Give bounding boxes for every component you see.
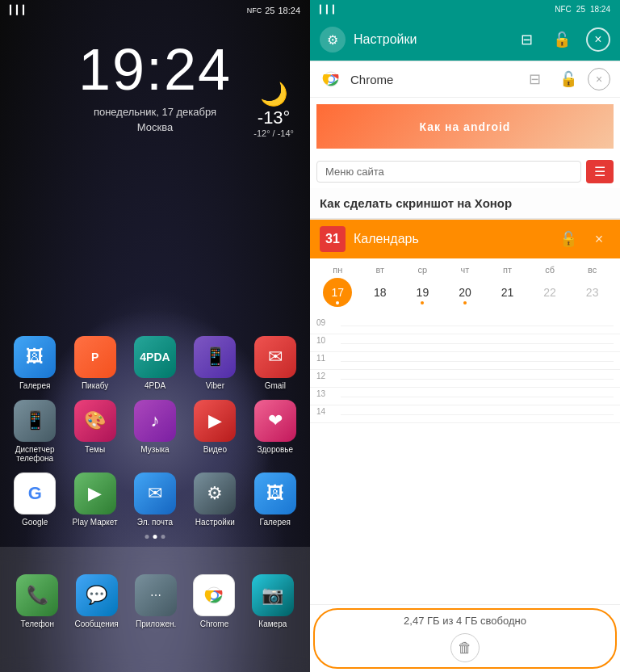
weather-widget: 🌙 -13° -12° / -14° — [253, 81, 294, 138]
app-viber[interactable]: 📱 Viber — [188, 336, 241, 390]
battery-level: 25 — [265, 6, 274, 15]
health-icon: ❤ — [254, 400, 296, 442]
calendar-lock-btn[interactable]: 🔓 — [557, 228, 580, 250]
cal-day-19[interactable]: 19 — [408, 278, 437, 307]
settings-split-btn[interactable]: ⊟ — [515, 28, 538, 51]
app-4pda[interactable]: 4PDA 4PDA — [128, 336, 182, 390]
day-ср: ср — [408, 265, 437, 275]
temp-range: -12° / -14° — [253, 128, 294, 138]
day-чт: чт — [450, 265, 480, 275]
settings-icon: ⚙ — [194, 472, 236, 514]
gallery-label: Галерея — [19, 381, 50, 390]
menu-button[interactable]: ☰ — [586, 160, 614, 183]
calendar-card: 31 Календарь 🔓 × пн вт ср чт пт сб вс 17… — [310, 220, 620, 317]
chrome-card: Chrome ⊟ 🔓 × Как на android Меню сайта ☰… — [310, 61, 620, 218]
app-gallery2[interactable]: 🖼 Галерея — [249, 472, 302, 527]
calendar-close-btn[interactable]: × — [588, 228, 610, 250]
day-вт: вт — [366, 265, 395, 275]
time-line-09 — [341, 326, 614, 326]
search-input[interactable]: Меню сайта — [316, 161, 581, 183]
market-icon: ▶ — [74, 472, 116, 514]
settings-close-btn[interactable]: × — [586, 27, 610, 52]
signal-icon: ▎▎▎ — [10, 5, 29, 15]
status-bar-left: ▎▎▎ NFC 25 18:24 — [0, 0, 310, 20]
week-days: 17 18 19 20 21 22 23 — [316, 278, 614, 307]
chrome-lock-btn[interactable]: 🔓 — [557, 68, 580, 90]
dock-chrome[interactable]: Chrome — [193, 574, 235, 628]
dock-bar: 📞 Телефон 💬 Сообщения ⋯ Приложен. — [0, 547, 310, 672]
settings-card: ⚙ Настройки ⊟ 🔓 × — [310, 19, 620, 61]
chrome-content: Как на android Меню сайта ☰ Как сделать … — [310, 98, 620, 218]
dispatcher-icon: 📱 — [14, 400, 56, 442]
app-email[interactable]: ✉ Эл. почта — [128, 472, 182, 527]
settings-header: ⚙ Настройки ⊟ 🔓 × — [310, 19, 620, 61]
cal-day-21[interactable]: 21 — [493, 278, 522, 307]
status-right-info: NFC 25 18:24 — [555, 5, 610, 14]
music-icon: ♪ — [134, 400, 176, 442]
trash-button[interactable]: 🗑 — [450, 633, 480, 662]
themes-icon: 🎨 — [74, 400, 116, 442]
battery-right: 25 — [576, 5, 585, 14]
article-text-bold: Хонор — [475, 196, 512, 210]
time-row-12: 12 — [310, 370, 620, 388]
app-gallery[interactable]: 🖼 Галерея — [8, 336, 61, 390]
time-12: 12 — [316, 372, 341, 380]
email-icon: ✉ — [134, 472, 176, 514]
time-line-13 — [341, 397, 614, 397]
app-music[interactable]: ♪ Музыка — [128, 400, 182, 463]
dock-apps[interactable]: ⋯ Приложен. — [135, 574, 177, 628]
android-logo-area: Как на android — [310, 98, 620, 155]
app-google[interactable]: G Google — [8, 472, 61, 527]
dock-camera[interactable]: 📷 Камера — [252, 574, 294, 628]
app-health[interactable]: ❤ Здоровье — [249, 400, 302, 463]
app-themes[interactable]: 🎨 Темы — [68, 400, 121, 463]
search-bar: Меню сайта ☰ — [310, 155, 620, 188]
calendar-header: 31 Календарь 🔓 × — [310, 220, 620, 258]
gallery-icon: 🖼 — [14, 336, 56, 378]
dot-1 — [145, 535, 149, 539]
storage-text: 2,47 ГБ из 4 ГБ свободно — [404, 615, 526, 627]
app-market[interactable]: ▶ Play Маркет — [68, 472, 121, 527]
settings-label: Настройки — [195, 518, 235, 527]
cal-day-20[interactable]: 20 — [450, 278, 480, 307]
article-text-normal: Как сделать скриншот на — [320, 196, 475, 210]
time-11: 11 — [316, 354, 341, 363]
app-pikabu[interactable]: P Пикабу — [68, 336, 121, 390]
video-label: Видео — [203, 445, 227, 454]
apps-label: Приложен. — [136, 620, 176, 628]
messages-icon: 💬 — [76, 574, 118, 616]
pikabu-label: Пикабу — [82, 381, 108, 390]
gmail-label: Gmail — [265, 381, 286, 390]
chrome-split-btn[interactable]: ⊟ — [523, 68, 546, 90]
dock-messages[interactable]: 💬 Сообщения — [75, 574, 119, 628]
phone-icon: 📞 — [16, 574, 58, 616]
settings-title: Настройки — [354, 32, 507, 47]
chrome-close-btn[interactable]: × — [588, 68, 610, 90]
right-panel: ▎▎▎ NFC 25 18:24 ⚙ Настройки ⊟ 🔓 × — [310, 0, 620, 672]
signal-right: ▎▎▎ — [320, 5, 339, 14]
time-row-11: 11 — [310, 352, 620, 370]
app-dispatcher[interactable]: 📱 Диспетчер телефона — [8, 400, 61, 463]
cal-day-17[interactable]: 17 — [323, 278, 352, 307]
day-вс: вс — [578, 265, 607, 275]
cal-day-23[interactable]: 23 — [578, 278, 607, 307]
time-13: 13 — [316, 389, 341, 398]
settings-lock-btn[interactable]: 🔓 — [551, 28, 573, 51]
dock-phone[interactable]: 📞 Телефон — [16, 574, 58, 628]
temperature: -13° — [253, 107, 294, 128]
app-settings[interactable]: ⚙ Настройки — [188, 472, 241, 527]
chrome-dock-icon — [193, 574, 235, 616]
cal-day-18[interactable]: 18 — [366, 278, 395, 307]
app-video[interactable]: ▶ Видео — [188, 400, 241, 463]
messages-label: Сообщения — [75, 620, 119, 628]
gmail-icon: ✉ — [254, 336, 296, 378]
app-gmail[interactable]: ✉ Gmail — [249, 336, 302, 390]
calendar-content: пн вт ср чт пт сб вс 17 18 19 20 21 22 2… — [310, 258, 620, 317]
page-indicator — [145, 535, 165, 539]
article-heading: Как сделать скриншот на Хонор — [310, 188, 620, 218]
day-сб: сб — [535, 265, 564, 275]
chrome-close-icon: × — [596, 73, 602, 86]
left-panel: ▎▎▎ NFC 25 18:24 19:24 понедельник, 17 д… — [0, 0, 310, 672]
svg-point-2 — [211, 592, 217, 598]
cal-day-22[interactable]: 22 — [535, 278, 564, 307]
